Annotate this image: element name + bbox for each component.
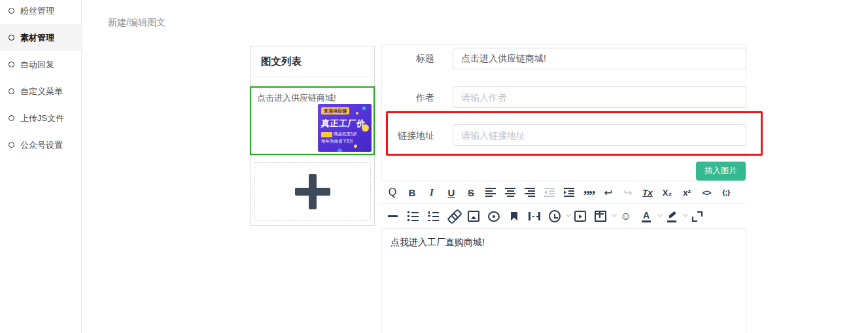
toolbar-row-2: ☺ A [381,204,746,228]
bullet-list-icon[interactable] [407,210,419,223]
time-icon[interactable] [549,210,561,223]
page-break-icon[interactable] [529,210,540,223]
chevron-down-icon[interactable] [657,211,663,217]
subscript-icon[interactable]: X₂ [661,186,673,199]
article-list-title: 图文列表 [251,46,374,77]
article-list-panel: 图文列表 点击进入供应链商城! 直连供应链 真正工厂价 商品低至1折 每年为你省… [250,46,375,226]
bookmark-icon[interactable] [508,210,520,223]
sidebar-item-label: 自定义菜单 [20,86,63,97]
sidebar-item-material[interactable]: 素材管理 [0,24,81,51]
thumb-headline: 真正工厂价 [321,118,366,130]
italic-icon[interactable]: I [426,186,438,199]
author-field-label: 作者 [389,92,434,104]
radio-circle-icon [9,142,14,148]
search-icon[interactable]: Q [387,186,398,199]
chevron-down-icon[interactable] [566,211,571,217]
link-icon[interactable] [445,207,462,225]
sidebar: 粉丝管理 素材管理 自动回复 自定义菜单 上传JS文件 公众号设置 [0,0,82,333]
radio-circle-icon [9,8,14,14]
sidebar-item-label: 公众号设置 [20,139,63,151]
image-icon[interactable] [468,210,479,223]
link-field-label: 链接地址 [389,130,434,142]
add-article-button[interactable] [254,162,371,221]
sidebar-item-label: 上传JS文件 [20,113,64,124]
decor-dot [362,107,366,110]
editor-content-area[interactable]: 点我进入工厂直购商城! [382,230,746,333]
link-input[interactable] [453,124,746,146]
toolbar-row-1: Q B I U S ”” ↩ ↪ Tx X₂ x² <> {;} [381,181,746,204]
preview-icon[interactable] [488,210,500,223]
video-icon[interactable] [574,210,586,223]
title-field-label: 标题 [389,53,434,65]
chevron-down-icon[interactable] [612,211,617,217]
font-color-icon[interactable]: A [640,210,652,223]
sidebar-item-auto-reply[interactable]: 自动回复 [0,51,81,78]
decor-dot [354,145,357,148]
inline-code-icon[interactable]: <> [701,186,712,199]
chevron-down-icon[interactable] [683,211,688,217]
sidebar-item-custom-menu[interactable]: 自定义菜单 [0,78,81,105]
table-icon[interactable] [595,210,606,223]
thumb-badge: 直连供应链 [321,107,349,114]
plus-icon [295,174,330,209]
strikethrough-icon[interactable]: S [465,186,477,199]
superscript-icon[interactable]: x² [681,186,693,199]
radio-circle-icon [9,88,14,94]
author-input[interactable] [453,86,746,108]
blockquote-icon[interactable]: ”” [583,186,595,199]
sidebar-item-label: 粉丝管理 [20,5,54,17]
clear-format-icon[interactable]: Tx [642,186,653,199]
article-editor-panel: 标题 作者 链接地址 插入图片 Q B I U S ”” ↩ ↪ Tx X₂ x… [381,44,746,333]
sidebar-item-fans[interactable]: 粉丝管理 [0,0,81,24]
editor-toolbar: Q B I U S ”” ↩ ↪ Tx X₂ x² <> {;} [381,181,746,229]
article-card-title: 点击进入供应链商城! [251,88,373,104]
ordered-list-icon[interactable] [427,210,439,223]
sidebar-item-upload-js[interactable]: 上传JS文件 [0,105,81,131]
article-card-selected[interactable]: 点击进入供应链商城! 直连供应链 真正工厂价 商品低至1折 每年为你省下5万 [250,86,375,155]
thumb-line1: 商品低至1折 [321,131,357,137]
align-left-icon[interactable] [485,186,496,199]
page-title: 新建/编辑图文 [108,17,165,29]
thumb-line2: 每年为你省下5万 [321,139,353,145]
sidebar-item-account-settings[interactable]: 公众号设置 [0,131,81,158]
fullscreen-icon[interactable] [691,210,703,223]
underline-icon[interactable]: U [445,186,457,199]
sidebar-item-label: 素材管理 [20,32,54,44]
bold-icon[interactable]: B [406,186,418,199]
thumb-chip [321,132,332,137]
outdent-icon[interactable] [544,186,555,199]
redo-icon[interactable]: ↪ [622,186,634,199]
undo-icon[interactable]: ↩ [602,186,614,199]
decor-dot [356,112,358,114]
align-right-icon[interactable] [524,186,536,199]
align-center-icon[interactable] [504,186,516,199]
decor-dot [338,149,342,152]
horizontal-rule-icon[interactable] [387,210,398,223]
code-block-icon[interactable]: {;} [720,186,732,199]
insert-image-button[interactable]: 插入图片 [696,162,746,181]
title-input[interactable] [453,48,746,69]
sidebar-item-label: 自动回复 [20,59,54,71]
radio-circle-icon [9,35,14,41]
indent-icon[interactable] [563,186,575,199]
emoji-icon[interactable]: ☺ [620,210,632,223]
highlight-color-icon[interactable] [666,210,678,223]
article-thumbnail: 直连供应链 真正工厂价 商品低至1折 每年为你省下5万 [318,104,372,152]
decor-dot [362,124,369,131]
radio-circle-icon [9,61,14,67]
radio-circle-icon [9,115,14,121]
